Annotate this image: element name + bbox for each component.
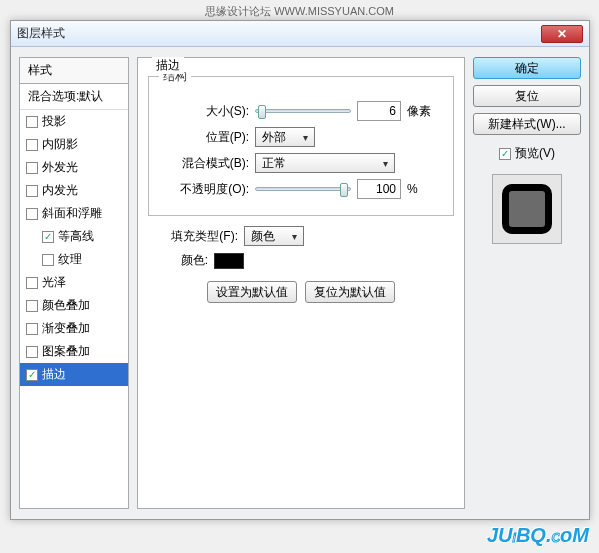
style-checkbox[interactable]: ✓ [26,369,38,381]
style-checkbox[interactable] [26,116,38,128]
size-unit: 像素 [407,103,443,120]
style-item-颜色叠加[interactable]: 颜色叠加 [20,294,128,317]
style-checkbox[interactable] [26,300,38,312]
preview-label: 预览(V) [515,145,555,162]
style-checkbox[interactable] [26,162,38,174]
style-label: 内发光 [42,182,78,199]
style-label: 描边 [42,366,66,383]
style-label: 等高线 [58,228,94,245]
style-item-外发光[interactable]: 外发光 [20,156,128,179]
size-label: 大小(S): [159,103,249,120]
style-item-光泽[interactable]: 光泽 [20,271,128,294]
opacity-slider[interactable] [255,187,351,191]
stroke-settings-panel: 描边 结构 大小(S): 6 像素 位置(P): 外部 混合模式(B): 正常 [137,57,465,509]
opacity-unit: % [407,182,443,196]
color-swatch[interactable] [214,253,244,269]
style-item-描边[interactable]: ✓描边 [20,363,128,386]
style-item-投影[interactable]: 投影 [20,110,128,133]
close-button[interactable]: ✕ [541,25,583,43]
reset-default-button[interactable]: 复位为默认值 [305,281,395,303]
color-label: 颜色: [148,252,208,269]
watermark: JUiBQ.CoM [487,524,589,547]
style-checkbox[interactable] [26,185,38,197]
position-dropdown[interactable]: 外部 [255,127,315,147]
ok-button[interactable]: 确定 [473,57,581,79]
opacity-label: 不透明度(O): [159,181,249,198]
style-checkbox[interactable] [42,254,54,266]
styles-header[interactable]: 样式 [20,58,128,84]
dialog-side-buttons: 确定 复位 新建样式(W)... ✓ 预览(V) [473,57,581,509]
size-input[interactable]: 6 [357,101,401,121]
style-item-渐变叠加[interactable]: 渐变叠加 [20,317,128,340]
new-style-button[interactable]: 新建样式(W)... [473,113,581,135]
position-label: 位置(P): [159,129,249,146]
blendmode-value: 正常 [262,155,286,172]
style-label: 颜色叠加 [42,297,90,314]
style-checkbox[interactable] [26,139,38,151]
filltype-value: 颜色 [251,228,275,245]
style-label: 内阴影 [42,136,78,153]
style-checkbox[interactable] [26,323,38,335]
style-item-内发光[interactable]: 内发光 [20,179,128,202]
opacity-input[interactable]: 100 [357,179,401,199]
blendmode-dropdown[interactable]: 正常 [255,153,395,173]
style-item-等高线[interactable]: ✓等高线 [20,225,128,248]
style-item-内阴影[interactable]: 内阴影 [20,133,128,156]
preview-checkbox[interactable]: ✓ [499,148,511,160]
styles-list: 样式 混合选项:默认 投影内阴影外发光内发光斜面和浮雕✓等高线纹理光泽颜色叠加渐… [19,57,129,509]
style-label: 光泽 [42,274,66,291]
structure-group: 结构 大小(S): 6 像素 位置(P): 外部 混合模式(B): 正常 不透明… [148,68,454,216]
filltype-label: 填充类型(F): [148,228,238,245]
set-default-button[interactable]: 设置为默认值 [207,281,297,303]
style-label: 渐变叠加 [42,320,90,337]
style-checkbox[interactable] [26,208,38,220]
style-label: 投影 [42,113,66,130]
blend-options-item[interactable]: 混合选项:默认 [20,84,128,110]
filltype-dropdown[interactable]: 颜色 [244,226,304,246]
preview-shape [502,184,552,234]
style-checkbox[interactable] [26,277,38,289]
style-item-纹理[interactable]: 纹理 [20,248,128,271]
preview-box [492,174,562,244]
dialog-title: 图层样式 [17,25,65,42]
position-value: 外部 [262,129,286,146]
style-label: 外发光 [42,159,78,176]
size-slider[interactable] [255,109,351,113]
style-checkbox[interactable] [26,346,38,358]
titlebar: 图层样式 ✕ [11,21,589,47]
style-checkbox[interactable]: ✓ [42,231,54,243]
blendmode-label: 混合模式(B): [159,155,249,172]
layer-style-dialog: 图层样式 ✕ 样式 混合选项:默认 投影内阴影外发光内发光斜面和浮雕✓等高线纹理… [10,20,590,520]
style-label: 纹理 [58,251,82,268]
style-label: 斜面和浮雕 [42,205,102,222]
revert-button[interactable]: 复位 [473,85,581,107]
style-item-斜面和浮雕[interactable]: 斜面和浮雕 [20,202,128,225]
close-icon: ✕ [557,27,567,41]
style-label: 图案叠加 [42,343,90,360]
style-item-图案叠加[interactable]: 图案叠加 [20,340,128,363]
panel-title: 描边 [152,57,184,74]
